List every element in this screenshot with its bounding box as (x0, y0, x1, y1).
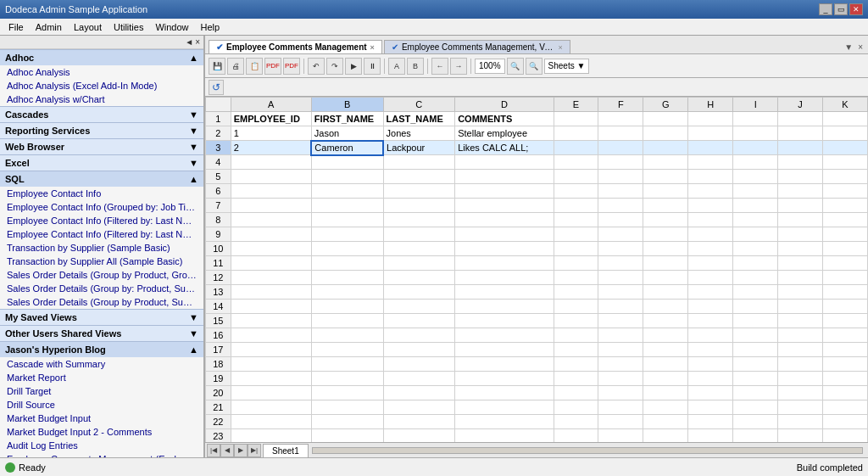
cell[interactable] (383, 256, 455, 271)
cell[interactable]: Lackpour (383, 141, 455, 155)
cell[interactable] (383, 429, 455, 443)
toolbar-btn-9[interactable]: A (388, 58, 405, 75)
cell[interactable] (823, 300, 868, 314)
cell[interactable] (643, 126, 688, 141)
cell[interactable] (311, 170, 383, 184)
sidebar-item-cascade-summary[interactable]: Cascade with Summary (0, 357, 203, 371)
cell[interactable] (383, 300, 455, 314)
sidebar-item-audit-log[interactable]: Audit Log Entries (0, 439, 203, 452)
cell[interactable] (778, 141, 823, 155)
row-header-3[interactable]: 3 (206, 141, 231, 155)
sidebar-section-web[interactable]: Web Browser ▼ (0, 138, 203, 154)
cell[interactable] (554, 155, 598, 170)
cell[interactable] (455, 300, 554, 314)
cell[interactable] (455, 386, 554, 400)
cell[interactable] (598, 199, 643, 213)
sidebar-section-adhoc[interactable]: Adhoc ▲ (0, 49, 203, 65)
cell[interactable] (311, 227, 383, 242)
cell[interactable] (778, 227, 823, 242)
toolbar-btn-12[interactable]: → (450, 58, 467, 75)
cell[interactable] (643, 314, 688, 328)
sidebar-item-emp-comments-essbase[interactable]: Employee Comments Management (Essbase Vi… (0, 452, 203, 457)
cell[interactable] (383, 199, 455, 213)
cell[interactable] (554, 213, 598, 227)
cell[interactable] (311, 213, 383, 227)
sheet-nav-last[interactable]: ▶| (248, 444, 261, 457)
cell[interactable] (643, 415, 688, 429)
cell[interactable] (598, 372, 643, 386)
row-header-15[interactable]: 15 (206, 314, 231, 328)
cell[interactable] (383, 328, 455, 343)
sheet-nav-first[interactable]: |◀ (207, 444, 220, 457)
cell[interactable] (643, 112, 688, 126)
row-header-2[interactable]: 2 (206, 126, 231, 141)
sidebar-item-adhoc-analysis[interactable]: Adhoc Analysis (0, 65, 203, 79)
cell[interactable] (688, 170, 733, 184)
tab-nav-right[interactable]: × (856, 42, 865, 52)
cell[interactable]: 1 (231, 126, 311, 141)
cell[interactable] (823, 242, 868, 256)
cell[interactable] (383, 213, 455, 227)
cell[interactable] (643, 271, 688, 285)
row-header-14[interactable]: 14 (206, 300, 231, 314)
cell[interactable] (598, 343, 643, 357)
col-header-B[interactable]: B (311, 98, 383, 112)
sheet-scroll[interactable] (312, 447, 863, 454)
cell[interactable] (823, 285, 868, 300)
cell[interactable] (383, 227, 455, 242)
sidebar-item-sales-subgroup[interactable]: Sales Order Details (Group by: Product, … (0, 282, 203, 295)
cell[interactable] (733, 227, 778, 242)
row-header-10[interactable]: 10 (206, 242, 231, 256)
col-header-D[interactable]: D (455, 98, 554, 112)
cell[interactable]: Cameron (311, 141, 383, 155)
cell[interactable]: Stellar employee (455, 126, 554, 141)
sidebar-item-market-report[interactable]: Market Report (0, 371, 203, 384)
cell[interactable] (311, 256, 383, 271)
cell[interactable] (554, 184, 598, 199)
cell[interactable] (643, 357, 688, 372)
cell[interactable] (688, 429, 733, 443)
cell[interactable] (231, 170, 311, 184)
cell[interactable] (554, 372, 598, 386)
cell[interactable] (383, 372, 455, 386)
cell[interactable] (311, 400, 383, 415)
sidebar-item-adhoc-excel[interactable]: Adhoc Analysis (Excel Add-In Mode) (0, 79, 203, 92)
cell[interactable] (383, 155, 455, 170)
cell[interactable] (311, 199, 383, 213)
sidebar-item-market-budget-comments[interactable]: Market Budget Input 2 - Comments (0, 425, 203, 439)
row-header-9[interactable]: 9 (206, 227, 231, 242)
cell[interactable] (688, 141, 733, 155)
cell[interactable] (733, 328, 778, 343)
row-header-20[interactable]: 20 (206, 386, 231, 400)
cell[interactable] (231, 271, 311, 285)
cell[interactable] (455, 357, 554, 372)
refresh-button[interactable]: ↺ (209, 80, 224, 95)
row-header-4[interactable]: 4 (206, 155, 231, 170)
cell[interactable] (823, 314, 868, 328)
row-header-21[interactable]: 21 (206, 400, 231, 415)
cell[interactable] (383, 170, 455, 184)
cell[interactable]: LAST_NAME (383, 112, 455, 126)
toolbar-btn-pdf1[interactable]: PDF (264, 58, 281, 75)
cell[interactable] (231, 343, 311, 357)
cell[interactable] (733, 199, 778, 213)
cell[interactable] (383, 400, 455, 415)
cell[interactable] (554, 141, 598, 155)
cell[interactable] (311, 285, 383, 300)
cell[interactable] (598, 126, 643, 141)
cell[interactable] (688, 343, 733, 357)
cell[interactable]: EMPLOYEE_ID (231, 112, 311, 126)
cell[interactable] (643, 170, 688, 184)
cell[interactable] (733, 285, 778, 300)
menu-window[interactable]: Window (150, 20, 193, 34)
cell[interactable] (598, 400, 643, 415)
cell[interactable] (231, 242, 311, 256)
cell[interactable] (733, 400, 778, 415)
cell[interactable] (231, 386, 311, 400)
row-header-17[interactable]: 17 (206, 343, 231, 357)
cell[interactable] (823, 357, 868, 372)
cell[interactable] (733, 357, 778, 372)
cell[interactable] (823, 227, 868, 242)
toolbar-btn-10[interactable]: B (407, 58, 424, 75)
cell[interactable] (231, 314, 311, 328)
